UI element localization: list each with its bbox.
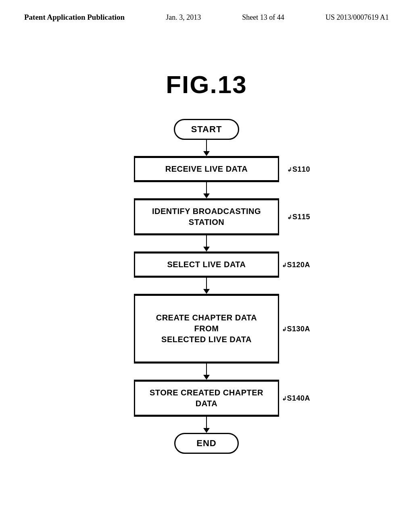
sheet-label: Sheet 13 of 44 <box>242 13 284 22</box>
publication-label: Patent Application Publication <box>24 13 125 22</box>
step-label-s115: ↲S115 <box>287 212 310 222</box>
arrow-head <box>203 375 210 380</box>
arrow-line <box>206 417 207 428</box>
arrow-head <box>203 289 210 294</box>
step-label-s110: ↲S110 <box>287 164 310 174</box>
step-s120a: SELECT LIVE DATA ↲S120A <box>134 251 279 278</box>
arrow-line <box>206 364 207 375</box>
date-label: Jan. 3, 2013 <box>166 13 201 22</box>
arrow-head <box>203 428 210 433</box>
arrow-connector <box>203 278 210 294</box>
page-header: Patent Application Publication Jan. 3, 2… <box>0 0 413 22</box>
step-label-s140a: ↲S140A <box>282 393 310 403</box>
arrow-line <box>206 182 207 193</box>
step-s110: RECEIVE LIVE DATA ↲S110 <box>134 156 279 182</box>
step-s140a: STORE CREATED CHAPTER DATA ↲S140A <box>134 380 279 417</box>
figure-title: FIG.13 <box>0 70 413 99</box>
step-label-s130a: ↲S130A <box>282 324 310 333</box>
arrow-connector <box>203 182 210 198</box>
step-s115: IDENTIFY BROADCASTING STATION ↲S115 <box>134 198 279 235</box>
patent-number-label: US 2013/0007619 A1 <box>325 13 389 22</box>
start-node: START <box>174 119 240 140</box>
arrow-connector <box>203 235 210 251</box>
arrow-line <box>206 235 207 247</box>
step-s130a: CREATE CHAPTER DATA FROM SELECTED LIVE D… <box>134 294 279 364</box>
flowchart: START RECEIVE LIVE DATA ↲S110 IDENTIFY B… <box>0 119 413 454</box>
end-node: END <box>174 433 239 454</box>
step-label-s120a: ↲S120A <box>282 260 310 269</box>
arrow-connector <box>203 417 210 433</box>
arrow-head <box>203 193 210 198</box>
arrow-line <box>206 278 207 289</box>
arrow-line <box>206 140 207 151</box>
arrow-connector <box>203 140 210 156</box>
arrow-head <box>203 151 210 156</box>
arrow-head <box>203 247 210 251</box>
arrow-connector <box>203 364 210 380</box>
